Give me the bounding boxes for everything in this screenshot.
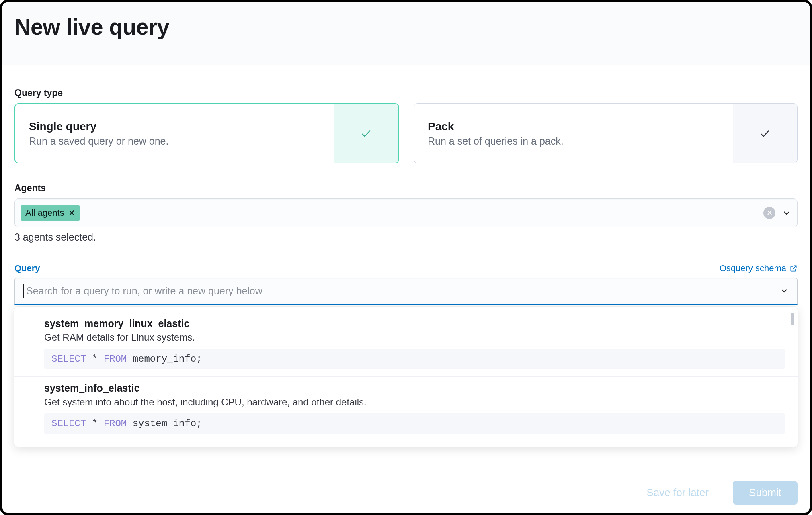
- query-search-input[interactable]: Search for a query to run, or write a ne…: [14, 278, 798, 305]
- query-option[interactable]: system_info_elastic Get system info abou…: [14, 376, 798, 441]
- close-icon[interactable]: ✕: [68, 209, 75, 217]
- app-frame: New live query Query type Single query R…: [0, 0, 812, 515]
- check-icon: [360, 127, 372, 139]
- query-type-label: Query type: [14, 88, 798, 98]
- query-option-name: system_memory_linux_elastic: [44, 318, 785, 329]
- agent-tag-label: All agents: [25, 208, 64, 218]
- query-option[interactable]: system_memory_linux_elastic Get RAM deta…: [14, 312, 798, 376]
- agents-status: 3 agents selected.: [14, 231, 798, 243]
- query-type-card-single[interactable]: Single query Run a saved query or new on…: [14, 103, 399, 163]
- chevron-down-icon[interactable]: [782, 208, 791, 218]
- query-option-description: Get system info about the host, includin…: [44, 396, 785, 408]
- query-type-options: Single query Run a saved query or new on…: [14, 103, 798, 163]
- agents-combobox[interactable]: All agents ✕ ✕: [14, 198, 798, 227]
- chevron-down-icon[interactable]: [779, 286, 789, 296]
- query-combobox: Search for a query to run, or write a ne…: [14, 278, 798, 305]
- svg-line-0: [793, 266, 796, 269]
- query-option-sql: SELECT * FROM memory_info;: [44, 349, 785, 369]
- scrollbar-thumb[interactable]: [791, 313, 794, 325]
- query-header: Query Osquery schema: [14, 263, 798, 274]
- card-check-area: [733, 104, 797, 163]
- card-title: Pack: [428, 120, 719, 133]
- query-type-card-pack[interactable]: Pack Run a set of queries in a pack.: [414, 103, 798, 163]
- query-search-placeholder: Search for a query to run, or write a ne…: [26, 285, 775, 297]
- footer-buttons: Save for later Submit: [638, 481, 798, 505]
- agents-tags: All agents ✕: [21, 205, 763, 221]
- card-description: Run a set of queries in a pack.: [428, 135, 719, 147]
- submit-button[interactable]: Submit: [733, 481, 798, 505]
- external-link-icon: [789, 264, 798, 272]
- osquery-schema-link[interactable]: Osquery schema: [720, 263, 798, 274]
- card-body: Pack Run a set of queries in a pack.: [414, 104, 733, 163]
- agents-label: Agents: [14, 183, 798, 194]
- page-header: New live query: [2, 2, 810, 65]
- clear-agents-button[interactable]: ✕: [763, 207, 775, 219]
- text-cursor: [23, 284, 24, 298]
- schema-link-text: Osquery schema: [720, 263, 786, 274]
- card-title: Single query: [29, 120, 320, 133]
- page-title: New live query: [14, 14, 798, 40]
- query-suggestions-dropdown: system_memory_linux_elastic Get RAM deta…: [14, 307, 798, 447]
- query-option-sql: SELECT * FROM system_info;: [44, 413, 785, 434]
- save-for-later-button[interactable]: Save for later: [638, 481, 717, 505]
- check-icon: [759, 127, 771, 139]
- card-check-area: [334, 104, 398, 163]
- card-body: Single query Run a saved query or new on…: [15, 104, 334, 163]
- page-content: Query type Single query Run a saved quer…: [2, 65, 810, 317]
- agent-tag-all[interactable]: All agents ✕: [21, 205, 80, 221]
- query-option-name: system_info_elastic: [44, 382, 785, 394]
- query-label: Query: [14, 263, 40, 274]
- query-option-description: Get RAM details for Linux systems.: [44, 332, 785, 343]
- card-description: Run a saved query or new one.: [29, 135, 320, 147]
